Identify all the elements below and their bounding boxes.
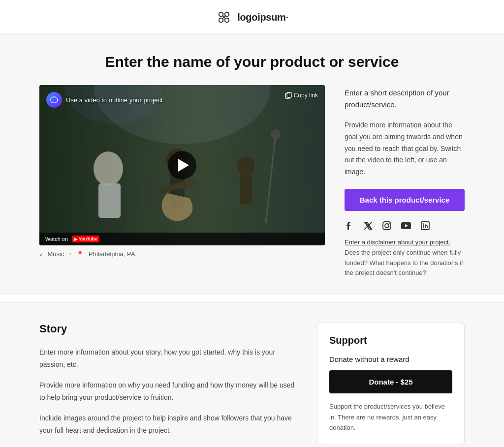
music-icon: ♪	[39, 250, 43, 258]
youtube-icon	[401, 222, 411, 230]
video-meta: ♪ Music • 📍 Philadelphia, PA	[39, 250, 325, 258]
story-para-3: Include images around the project to hel…	[39, 412, 297, 436]
svg-point-12	[94, 151, 123, 186]
disclaimer-row: Enter a disclaimer about your project. D…	[345, 238, 465, 278]
support-column: Support Donate without a reward Donate -…	[317, 323, 465, 445]
site-header: logoipsum·	[0, 0, 504, 34]
svg-rect-11	[240, 175, 252, 205]
section-divider	[0, 293, 504, 303]
copy-icon	[285, 92, 292, 99]
twitter-icon	[363, 221, 373, 231]
svg-rect-18	[383, 222, 391, 230]
location-icon: 📍	[76, 251, 84, 258]
donate-button[interactable]: Donate - $25	[329, 370, 452, 393]
linkedin-link[interactable]	[420, 221, 430, 231]
video-title-bar: Use a video to outline your project	[46, 92, 163, 108]
info-column: Enter a short description of your produc…	[345, 85, 465, 278]
donate-description: Support the product/services you believe…	[329, 401, 452, 433]
disclaimer-link[interactable]: Enter a disclaimer about your project.	[345, 238, 450, 246]
video-column: Use a video to outline your project Copy…	[39, 85, 325, 258]
logo-text: logoipsum·	[237, 12, 288, 23]
support-card: Support Donate without a reward Donate -…	[317, 323, 465, 445]
youtube-logo: YouTube	[72, 236, 99, 242]
youtube-link[interactable]	[401, 222, 411, 230]
svg-point-19	[385, 224, 389, 228]
story-section: Story Enter more information about your …	[0, 303, 504, 447]
meta-separator: •	[69, 250, 71, 258]
disclaimer-text: Does the project only continue when full…	[345, 249, 463, 277]
video-player[interactable]: Use a video to outline your project Copy…	[39, 85, 325, 245]
play-button[interactable]	[168, 151, 196, 179]
svg-point-10	[237, 156, 255, 176]
donate-without-reward-label: Donate without a reward	[329, 355, 452, 363]
logo: logoipsum·	[216, 9, 288, 26]
story-title: Story	[39, 323, 297, 335]
category-label: Music	[48, 250, 64, 258]
svg-rect-13	[98, 183, 121, 218]
instagram-icon	[382, 221, 392, 231]
channel-icon	[46, 92, 62, 108]
linkedin-icon	[420, 221, 430, 231]
short-description: Enter a short description of your produc…	[345, 87, 465, 111]
hero-body: Use a video to outline your project Copy…	[39, 85, 465, 278]
instagram-link[interactable]	[382, 221, 392, 231]
story-para-1: Enter more information about your story,…	[39, 346, 297, 370]
location-label: Philadelphia, PA	[89, 250, 135, 258]
support-title: Support	[329, 335, 452, 346]
copy-link-text: Copy link	[294, 92, 318, 99]
social-links	[345, 221, 465, 231]
logoipsum-icon	[216, 9, 232, 26]
back-button[interactable]: Back this product/service	[345, 189, 465, 211]
svg-point-20	[389, 223, 390, 224]
video-title-text: Use a video to outline your project	[66, 96, 163, 104]
story-para-2: Provide more information on why you need…	[39, 379, 297, 403]
hero-section: Enter the name of your product or servic…	[0, 34, 504, 293]
svg-rect-17	[287, 92, 291, 97]
facebook-link[interactable]	[345, 221, 354, 231]
video-bottom-bar: Watch on YouTube	[39, 233, 325, 245]
story-column: Story Enter more information about your …	[39, 323, 297, 445]
long-description: Provide more information about the goal …	[345, 119, 465, 178]
page-title: Enter the name of your product or servic…	[39, 54, 465, 70]
twitter-link[interactable]	[363, 221, 373, 231]
watch-on-label: Watch on	[45, 236, 68, 242]
copy-link-area[interactable]: Copy link	[285, 92, 318, 99]
svg-point-15	[271, 129, 281, 139]
facebook-icon	[345, 221, 354, 231]
